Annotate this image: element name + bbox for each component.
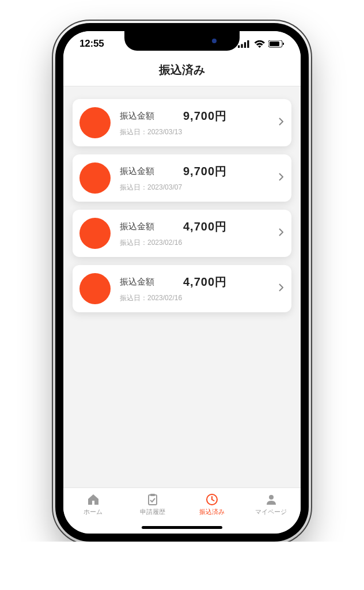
status-right — [238, 40, 285, 48]
svg-rect-6 — [283, 43, 284, 45]
tab-label: ホーム — [84, 508, 103, 516]
screen: 12:55 振込済み 振込金額 9,700円 振込日：2023/03/13 — [63, 31, 301, 534]
tab-home[interactable]: ホーム — [63, 493, 123, 516]
tab-history[interactable]: 申請履歴 — [123, 493, 182, 516]
svg-rect-2 — [244, 42, 246, 48]
svg-point-10 — [269, 495, 274, 500]
tab-label: マイページ — [255, 508, 287, 516]
svg-rect-7 — [149, 495, 157, 505]
cellular-icon — [238, 40, 251, 48]
wifi-icon — [254, 40, 266, 48]
tab-mypage[interactable]: マイページ — [241, 493, 301, 516]
card-top: 振込金額 9,700円 — [120, 164, 275, 179]
transfer-date: 振込日：2023/02/16 — [120, 293, 275, 303]
phone-frame: 12:55 振込済み 振込金額 9,700円 振込日：2023/03/13 — [55, 23, 309, 542]
chevron-right-icon — [279, 118, 283, 128]
svg-rect-5 — [270, 41, 279, 46]
amount-value: 9,700円 — [183, 108, 227, 124]
home-icon — [86, 493, 100, 506]
page-header: 振込済み — [63, 56, 301, 86]
card-top: 振込金額 9,700円 — [120, 108, 275, 124]
transfer-card[interactable]: 振込金額 4,700円 振込日：2023/02/16 — [73, 210, 291, 257]
svg-rect-3 — [247, 40, 249, 48]
status-time: 12:55 — [79, 38, 104, 50]
tab-label: 申請履歴 — [140, 508, 165, 516]
card-body: 振込金額 4,700円 振込日：2023/02/16 — [120, 274, 275, 303]
tab-done[interactable]: 振込済み — [182, 493, 241, 516]
amount-value: 4,700円 — [183, 274, 227, 290]
notch — [124, 31, 240, 51]
transfer-date: 振込日：2023/03/07 — [120, 183, 275, 192]
avatar-circle-icon — [79, 107, 111, 138]
clipboard-icon — [146, 493, 160, 506]
clock-icon — [205, 493, 219, 506]
svg-rect-0 — [238, 45, 240, 47]
chevron-right-icon — [279, 283, 283, 294]
transfer-list: 振込金額 9,700円 振込日：2023/03/13 振込金額 9,700円 振… — [63, 86, 301, 487]
card-top: 振込金額 4,700円 — [120, 219, 275, 235]
person-icon — [264, 493, 278, 506]
amount-label: 振込金額 — [120, 111, 183, 122]
svg-rect-8 — [150, 494, 155, 496]
chevron-right-icon — [279, 228, 283, 239]
amount-label: 振込金額 — [120, 166, 183, 177]
transfer-date: 振込日：2023/03/13 — [120, 127, 275, 137]
avatar-circle-icon — [79, 273, 111, 304]
svg-rect-1 — [241, 44, 242, 47]
transfer-card[interactable]: 振込金額 9,700円 振込日：2023/03/13 — [73, 99, 291, 146]
card-body: 振込金額 4,700円 振込日：2023/02/16 — [120, 219, 275, 248]
transfer-card[interactable]: 振込金額 9,700円 振込日：2023/03/07 — [73, 154, 291, 202]
amount-label: 振込金額 — [120, 221, 183, 232]
home-indicator[interactable] — [142, 526, 222, 529]
notch-camera-dot — [212, 39, 217, 43]
chevron-right-icon — [279, 173, 283, 183]
battery-icon — [268, 40, 285, 48]
avatar-circle-icon — [79, 218, 111, 249]
card-top: 振込金額 4,700円 — [120, 274, 275, 290]
transfer-card[interactable]: 振込金額 4,700円 振込日：2023/02/16 — [73, 265, 291, 312]
amount-value: 9,700円 — [183, 164, 227, 179]
card-body: 振込金額 9,700円 振込日：2023/03/07 — [120, 164, 275, 192]
amount-value: 4,700円 — [183, 219, 227, 235]
page-title: 振込済み — [63, 62, 301, 78]
avatar-circle-icon — [79, 162, 111, 194]
tab-label: 振込済み — [199, 508, 225, 516]
card-body: 振込金額 9,700円 振込日：2023/03/13 — [120, 108, 275, 137]
transfer-date: 振込日：2023/02/16 — [120, 238, 275, 248]
amount-label: 振込金額 — [120, 277, 183, 288]
